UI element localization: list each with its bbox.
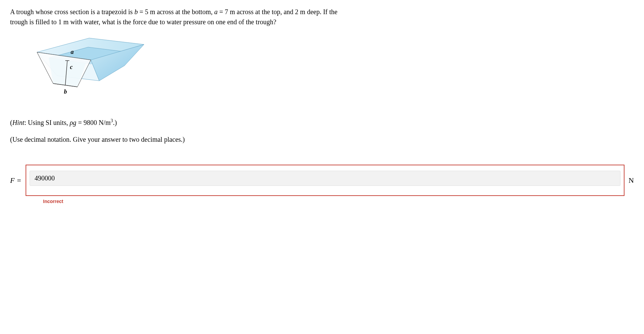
answer-input[interactable] [30, 171, 620, 186]
answer-section: F = N [10, 165, 634, 196]
var-rhog: ρg [70, 119, 76, 126]
question-text: A trough whose cross section is a trapez… [10, 7, 634, 27]
diagram-label-b: b [64, 88, 67, 95]
answer-variable-label: F = [10, 175, 22, 186]
feedback-text: Incorrect [43, 198, 634, 205]
diagram-label-c: c [70, 64, 73, 70]
hint-text: (Hint: Using SI units, ρg = 9800 N/m3.) [10, 117, 634, 128]
instruction-text: (Use decimal notation. Give your answer … [10, 134, 634, 144]
q-line2: trough is filled to 1 m with water, what… [10, 18, 276, 26]
q-eq2: = 7 m across at the top, and 2 m deep. I… [218, 8, 337, 15]
answer-unit: N [629, 175, 634, 186]
q-eq1: = 5 m across at the bottom, [138, 8, 214, 15]
var-a: a [214, 8, 218, 15]
diagram-label-a: a [71, 48, 74, 55]
q-part1: A trough whose cross section is a trapez… [10, 8, 134, 15]
hint-label: Hint [12, 119, 25, 126]
answer-box [26, 165, 624, 196]
var-b: b [134, 8, 138, 15]
trough-diagram: a c b [30, 37, 634, 104]
